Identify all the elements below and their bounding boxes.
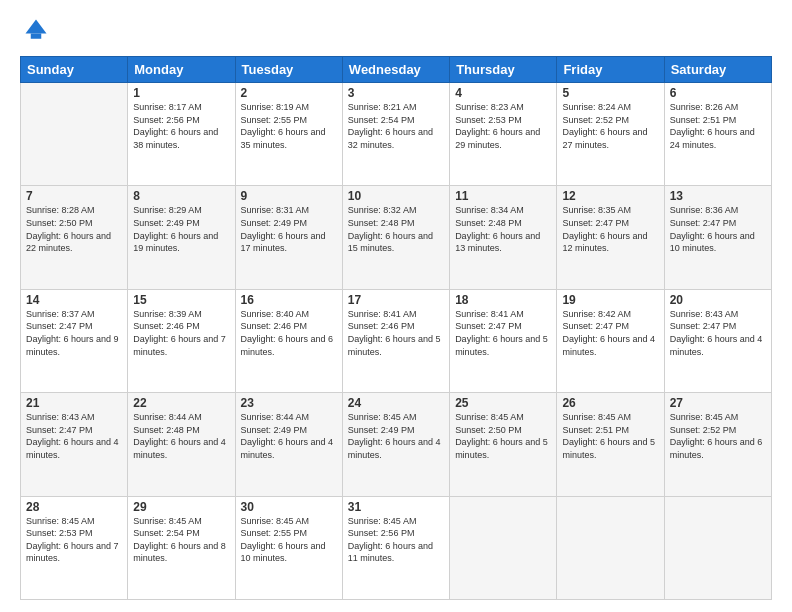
day-number: 23 [241,396,337,410]
day-info: Sunrise: 8:45 AMSunset: 2:50 PMDaylight:… [455,411,551,461]
calendar-cell: 7Sunrise: 8:28 AMSunset: 2:50 PMDaylight… [21,186,128,289]
calendar-cell: 17Sunrise: 8:41 AMSunset: 2:46 PMDayligh… [342,289,449,392]
day-info: Sunrise: 8:44 AMSunset: 2:49 PMDaylight:… [241,411,337,461]
day-info: Sunrise: 8:45 AMSunset: 2:56 PMDaylight:… [348,515,444,565]
svg-marker-0 [26,20,47,34]
calendar-week-2: 14Sunrise: 8:37 AMSunset: 2:47 PMDayligh… [21,289,772,392]
calendar-cell: 6Sunrise: 8:26 AMSunset: 2:51 PMDaylight… [664,83,771,186]
calendar-cell: 8Sunrise: 8:29 AMSunset: 2:49 PMDaylight… [128,186,235,289]
day-info: Sunrise: 8:45 AMSunset: 2:55 PMDaylight:… [241,515,337,565]
col-header-wednesday: Wednesday [342,57,449,83]
day-number: 22 [133,396,229,410]
calendar-cell: 31Sunrise: 8:45 AMSunset: 2:56 PMDayligh… [342,496,449,599]
calendar-cell: 2Sunrise: 8:19 AMSunset: 2:55 PMDaylight… [235,83,342,186]
day-number: 4 [455,86,551,100]
day-number: 29 [133,500,229,514]
col-header-friday: Friday [557,57,664,83]
calendar-cell: 23Sunrise: 8:44 AMSunset: 2:49 PMDayligh… [235,393,342,496]
day-info: Sunrise: 8:45 AMSunset: 2:54 PMDaylight:… [133,515,229,565]
day-number: 28 [26,500,122,514]
day-info: Sunrise: 8:43 AMSunset: 2:47 PMDaylight:… [26,411,122,461]
calendar-header-row: SundayMondayTuesdayWednesdayThursdayFrid… [21,57,772,83]
calendar-cell: 28Sunrise: 8:45 AMSunset: 2:53 PMDayligh… [21,496,128,599]
day-info: Sunrise: 8:43 AMSunset: 2:47 PMDaylight:… [670,308,766,358]
day-number: 27 [670,396,766,410]
calendar-table: SundayMondayTuesdayWednesdayThursdayFrid… [20,56,772,600]
day-number: 11 [455,189,551,203]
day-number: 26 [562,396,658,410]
day-number: 25 [455,396,551,410]
day-number: 5 [562,86,658,100]
calendar-cell [450,496,557,599]
day-info: Sunrise: 8:45 AMSunset: 2:53 PMDaylight:… [26,515,122,565]
logo [20,16,50,48]
col-header-thursday: Thursday [450,57,557,83]
logo-icon [22,16,50,44]
day-number: 1 [133,86,229,100]
calendar-cell: 14Sunrise: 8:37 AMSunset: 2:47 PMDayligh… [21,289,128,392]
day-number: 19 [562,293,658,307]
day-info: Sunrise: 8:39 AMSunset: 2:46 PMDaylight:… [133,308,229,358]
day-info: Sunrise: 8:41 AMSunset: 2:47 PMDaylight:… [455,308,551,358]
calendar-cell [21,83,128,186]
col-header-sunday: Sunday [21,57,128,83]
calendar-cell: 16Sunrise: 8:40 AMSunset: 2:46 PMDayligh… [235,289,342,392]
day-number: 31 [348,500,444,514]
day-info: Sunrise: 8:36 AMSunset: 2:47 PMDaylight:… [670,204,766,254]
calendar-cell: 26Sunrise: 8:45 AMSunset: 2:51 PMDayligh… [557,393,664,496]
day-info: Sunrise: 8:45 AMSunset: 2:51 PMDaylight:… [562,411,658,461]
day-info: Sunrise: 8:21 AMSunset: 2:54 PMDaylight:… [348,101,444,151]
calendar-cell: 1Sunrise: 8:17 AMSunset: 2:56 PMDaylight… [128,83,235,186]
calendar-cell: 22Sunrise: 8:44 AMSunset: 2:48 PMDayligh… [128,393,235,496]
day-info: Sunrise: 8:34 AMSunset: 2:48 PMDaylight:… [455,204,551,254]
calendar-cell: 18Sunrise: 8:41 AMSunset: 2:47 PMDayligh… [450,289,557,392]
day-info: Sunrise: 8:31 AMSunset: 2:49 PMDaylight:… [241,204,337,254]
day-number: 7 [26,189,122,203]
day-number: 21 [26,396,122,410]
day-number: 2 [241,86,337,100]
calendar-cell: 9Sunrise: 8:31 AMSunset: 2:49 PMDaylight… [235,186,342,289]
calendar-cell: 19Sunrise: 8:42 AMSunset: 2:47 PMDayligh… [557,289,664,392]
day-number: 18 [455,293,551,307]
calendar-cell: 3Sunrise: 8:21 AMSunset: 2:54 PMDaylight… [342,83,449,186]
calendar-cell: 4Sunrise: 8:23 AMSunset: 2:53 PMDaylight… [450,83,557,186]
day-number: 14 [26,293,122,307]
day-info: Sunrise: 8:17 AMSunset: 2:56 PMDaylight:… [133,101,229,151]
calendar-cell: 11Sunrise: 8:34 AMSunset: 2:48 PMDayligh… [450,186,557,289]
calendar-cell: 30Sunrise: 8:45 AMSunset: 2:55 PMDayligh… [235,496,342,599]
calendar-week-4: 28Sunrise: 8:45 AMSunset: 2:53 PMDayligh… [21,496,772,599]
day-number: 9 [241,189,337,203]
calendar-week-3: 21Sunrise: 8:43 AMSunset: 2:47 PMDayligh… [21,393,772,496]
day-info: Sunrise: 8:42 AMSunset: 2:47 PMDaylight:… [562,308,658,358]
col-header-monday: Monday [128,57,235,83]
day-info: Sunrise: 8:40 AMSunset: 2:46 PMDaylight:… [241,308,337,358]
calendar-cell: 20Sunrise: 8:43 AMSunset: 2:47 PMDayligh… [664,289,771,392]
calendar-cell: 10Sunrise: 8:32 AMSunset: 2:48 PMDayligh… [342,186,449,289]
day-number: 24 [348,396,444,410]
day-number: 30 [241,500,337,514]
header [20,16,772,48]
calendar-cell: 5Sunrise: 8:24 AMSunset: 2:52 PMDaylight… [557,83,664,186]
col-header-tuesday: Tuesday [235,57,342,83]
day-info: Sunrise: 8:35 AMSunset: 2:47 PMDaylight:… [562,204,658,254]
calendar-cell: 27Sunrise: 8:45 AMSunset: 2:52 PMDayligh… [664,393,771,496]
calendar-cell: 13Sunrise: 8:36 AMSunset: 2:47 PMDayligh… [664,186,771,289]
day-info: Sunrise: 8:41 AMSunset: 2:46 PMDaylight:… [348,308,444,358]
col-header-saturday: Saturday [664,57,771,83]
calendar-cell [664,496,771,599]
calendar-week-0: 1Sunrise: 8:17 AMSunset: 2:56 PMDaylight… [21,83,772,186]
day-number: 6 [670,86,766,100]
page: SundayMondayTuesdayWednesdayThursdayFrid… [0,0,792,612]
day-info: Sunrise: 8:44 AMSunset: 2:48 PMDaylight:… [133,411,229,461]
day-number: 3 [348,86,444,100]
day-number: 13 [670,189,766,203]
calendar-cell: 24Sunrise: 8:45 AMSunset: 2:49 PMDayligh… [342,393,449,496]
day-info: Sunrise: 8:32 AMSunset: 2:48 PMDaylight:… [348,204,444,254]
day-info: Sunrise: 8:23 AMSunset: 2:53 PMDaylight:… [455,101,551,151]
calendar-cell: 15Sunrise: 8:39 AMSunset: 2:46 PMDayligh… [128,289,235,392]
day-info: Sunrise: 8:45 AMSunset: 2:49 PMDaylight:… [348,411,444,461]
calendar-cell: 12Sunrise: 8:35 AMSunset: 2:47 PMDayligh… [557,186,664,289]
day-info: Sunrise: 8:45 AMSunset: 2:52 PMDaylight:… [670,411,766,461]
day-info: Sunrise: 8:28 AMSunset: 2:50 PMDaylight:… [26,204,122,254]
calendar-week-1: 7Sunrise: 8:28 AMSunset: 2:50 PMDaylight… [21,186,772,289]
